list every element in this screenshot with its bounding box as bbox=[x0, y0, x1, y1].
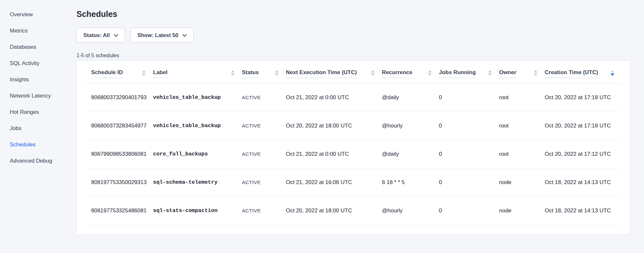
page-title: Schedules bbox=[77, 9, 630, 19]
sidebar-item-jobs[interactable]: Jobs bbox=[0, 120, 77, 137]
table-row[interactable]: 806800373290401793 vehicles_table_backup… bbox=[85, 83, 622, 112]
cell-next-execution-time: Oct 20, 2022 at 18:00 UTC bbox=[286, 196, 382, 225]
cell-jobs-running: 0 bbox=[439, 196, 499, 225]
cell-recurrence: @hourly bbox=[382, 196, 439, 225]
chevron-down-icon bbox=[114, 32, 118, 38]
column-label: Recurrence bbox=[382, 69, 413, 78]
status-filter-dropdown[interactable]: Status: All bbox=[77, 28, 125, 43]
table-row[interactable]: 806800373283454977 vehicles_table_backup… bbox=[85, 112, 622, 140]
cell-owner: root bbox=[499, 83, 545, 112]
cell-next-execution-time: Oct 21, 2022 at 0:00 UTC bbox=[286, 140, 382, 168]
table-row[interactable]: 806799098533806081 core_full_backups ACT… bbox=[85, 140, 622, 168]
table-header-row: Schedule ID Label Status Next Execution … bbox=[85, 61, 622, 83]
cell-jobs-running: 0 bbox=[439, 83, 499, 112]
cell-status: ACTIVE bbox=[242, 83, 286, 112]
sort-icon-active-desc bbox=[610, 70, 614, 76]
sort-icon bbox=[488, 70, 492, 76]
cell-creation-time: Oct 18, 2022 at 14:13 UTC bbox=[545, 168, 622, 196]
column-header-recurrence[interactable]: Recurrence bbox=[382, 61, 439, 83]
chevron-down-icon bbox=[182, 32, 187, 38]
cell-jobs-running: 0 bbox=[439, 140, 499, 168]
filters-bar: Status: All Show: Latest 50 bbox=[77, 28, 630, 43]
cell-status: ACTIVE bbox=[242, 168, 286, 196]
status-filter-label: Status: All bbox=[83, 32, 110, 38]
sidebar-item-databases[interactable]: Databases bbox=[0, 39, 77, 55]
cell-owner: root bbox=[499, 112, 545, 140]
cell-status: ACTIVE bbox=[242, 196, 286, 225]
cell-next-execution-time: Oct 21, 2022 at 16:06 UTC bbox=[286, 168, 382, 196]
cell-schedule-id: 806800373290401793 bbox=[85, 83, 153, 112]
cell-owner: node bbox=[499, 168, 545, 196]
sidebar-item-metrics[interactable]: Metrics bbox=[0, 23, 77, 39]
sidebar-item-overview[interactable]: Overview bbox=[0, 7, 77, 23]
cell-label: sql-schema-telemetry bbox=[153, 168, 242, 196]
cell-recurrence: @hourly bbox=[382, 112, 439, 140]
sidebar-item-insights[interactable]: Insights bbox=[0, 72, 77, 88]
cell-status: ACTIVE bbox=[242, 112, 286, 140]
results-count: 1-5 of 5 schedules bbox=[77, 52, 630, 59]
sidebar-item-advanced-debug[interactable]: Advanced Debug bbox=[0, 153, 77, 169]
cell-schedule-id: 806197753325486081 bbox=[85, 196, 153, 225]
sidebar-item-network-latency[interactable]: Network Latency bbox=[0, 88, 77, 104]
sort-icon bbox=[371, 70, 375, 76]
cell-label: core_full_backups bbox=[153, 140, 242, 168]
cell-jobs-running: 0 bbox=[439, 168, 499, 196]
cell-recurrence: @daily bbox=[382, 83, 439, 112]
cell-schedule-id: 806799098533806081 bbox=[85, 140, 153, 168]
show-filter-label: Show: Latest 50 bbox=[137, 32, 178, 38]
sort-icon bbox=[142, 70, 146, 76]
column-label: Owner bbox=[499, 69, 516, 78]
sidebar-item-hot-ranges[interactable]: Hot Ranges bbox=[0, 104, 77, 120]
column-header-owner[interactable]: Owner bbox=[499, 61, 545, 83]
column-label: Schedule ID bbox=[91, 69, 123, 78]
cell-schedule-id: 806800373283454977 bbox=[85, 112, 153, 140]
table-row[interactable]: 806197753350029313 sql-schema-telemetry … bbox=[85, 168, 622, 196]
column-label: Label bbox=[153, 69, 167, 78]
sort-icon bbox=[231, 70, 235, 76]
column-header-label[interactable]: Label bbox=[153, 61, 242, 83]
column-header-schedule-id[interactable]: Schedule ID bbox=[85, 61, 153, 83]
column-header-next-execution-time[interactable]: Next Execution Time (UTC) bbox=[286, 61, 382, 83]
sidebar-item-schedules[interactable]: Schedules bbox=[0, 137, 77, 153]
cell-creation-time: Oct 20, 2022 at 17:18 UTC bbox=[545, 83, 622, 112]
sort-icon bbox=[275, 70, 279, 76]
column-header-status[interactable]: Status bbox=[242, 61, 286, 83]
column-label: Next Execution Time (UTC) bbox=[286, 69, 357, 78]
cell-jobs-running: 0 bbox=[439, 112, 499, 140]
sort-icon bbox=[534, 70, 538, 76]
cell-label: vehicles_table_backup bbox=[153, 83, 242, 112]
cell-next-execution-time: Oct 21, 2022 at 0:00 UTC bbox=[286, 83, 382, 112]
cell-schedule-id: 806197753350029313 bbox=[85, 168, 153, 196]
cell-creation-time: Oct 18, 2022 at 14:13 UTC bbox=[545, 196, 622, 225]
cell-creation-time: Oct 20, 2022 at 17:18 UTC bbox=[545, 112, 622, 140]
column-header-jobs-running[interactable]: Jobs Running bbox=[439, 61, 499, 83]
cell-recurrence: 6 16 * * 5 bbox=[382, 168, 439, 196]
cell-creation-time: Oct 20, 2022 at 17:12 UTC bbox=[545, 140, 622, 168]
cell-owner: root bbox=[499, 140, 545, 168]
cell-recurrence: @daily bbox=[382, 140, 439, 168]
cell-next-execution-time: Oct 20, 2022 at 18:00 UTC bbox=[286, 112, 382, 140]
column-label: Creation Time (UTC) bbox=[545, 69, 598, 78]
cell-owner: node bbox=[499, 196, 545, 225]
table-row[interactable]: 806197753325486081 sql-stats-compaction … bbox=[85, 196, 622, 225]
cell-status: ACTIVE bbox=[242, 140, 286, 168]
column-label: Status bbox=[242, 69, 259, 78]
main-content: Schedules Status: All Show: Latest 50 1-… bbox=[77, 0, 630, 234]
column-label: Jobs Running bbox=[439, 69, 476, 78]
cell-label: sql-stats-compaction bbox=[153, 196, 242, 225]
sidebar-item-sql-activity[interactable]: SQL Activity bbox=[0, 55, 77, 72]
show-filter-dropdown[interactable]: Show: Latest 50 bbox=[131, 28, 194, 43]
schedules-table-card: Schedule ID Label Status Next Execution … bbox=[77, 61, 630, 234]
cell-label: vehicles_table_backup bbox=[153, 112, 242, 140]
column-header-creation-time[interactable]: Creation Time (UTC) bbox=[545, 61, 622, 83]
sort-icon bbox=[428, 70, 432, 76]
sidebar: Overview Metrics Databases SQL Activity … bbox=[0, 7, 77, 169]
schedules-table: Schedule ID Label Status Next Execution … bbox=[85, 61, 622, 225]
